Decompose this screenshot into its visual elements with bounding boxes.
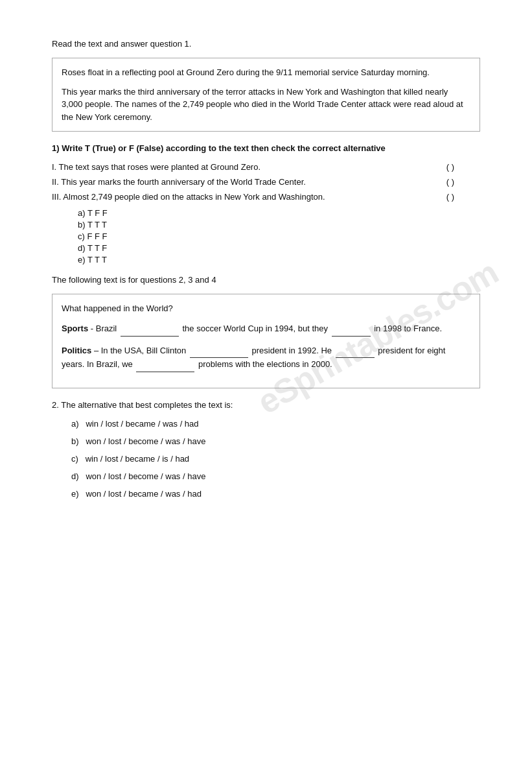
question1-title: 1) Write T (True) or F (False) according… — [52, 143, 480, 153]
politics-text4: problems with the elections in 2000. — [198, 359, 332, 369]
q2-option-b-text: won / lost / become / was / have — [86, 436, 205, 446]
statement-2-text: II. This year marks the fourth anniversa… — [52, 177, 306, 187]
q1-option-d: d) T T F — [78, 243, 480, 253]
q2-option-d-label: d) — [71, 471, 79, 481]
q1-options-list: a) T F F b) T T T c) F F F d) T T F e) T… — [78, 208, 480, 265]
q2-option-e-label: e) — [71, 489, 79, 499]
q2-option-b: b) won / lost / become / was / have — [71, 436, 480, 446]
q2-option-c: c) win / lost / became / is / had — [71, 454, 480, 464]
q2-option-b-label: b) — [71, 436, 79, 446]
tf-statement-3: III. Almost 2,749 people died on the att… — [52, 192, 480, 202]
statement-1-text: I. The text says that roses were planted… — [52, 162, 260, 172]
q1-option-b: b) T T T — [78, 220, 480, 230]
sports-blank1 — [121, 322, 179, 337]
politics-blank1 — [190, 344, 248, 359]
text-box-2: What happened in the World? Sports - Bra… — [52, 294, 480, 388]
sports-text4: in 1998 to France. — [374, 324, 442, 333]
politics-label: Politics — [62, 346, 91, 355]
q2-options-container: a) win / lost / became / was / had b) wo… — [52, 419, 480, 499]
q1-option-a: a) T F F — [78, 208, 480, 218]
sports-label: Sports — [62, 324, 88, 333]
sports-text2: the soccer World Cup in 1994, but they — [182, 324, 330, 333]
q1-option-c: c) F F F — [78, 231, 480, 241]
bracket-1: ( ) — [446, 162, 454, 172]
q2-option-c-text: win / lost / became / is / had — [86, 454, 189, 464]
instruction1: Read the text and answer question 1. — [52, 39, 480, 49]
q2-option-d: d) won / lost / become / was / have — [71, 471, 480, 481]
q2-instruction: 2. The alternative that best completes t… — [52, 400, 480, 410]
sports-paragraph: Sports - Brazil the soccer World Cup in … — [62, 322, 470, 337]
q2-option-d-text: won / lost / become / was / have — [86, 471, 205, 481]
text-box-1: Roses float in a reflecting pool at Grou… — [52, 58, 480, 132]
text1-para2: This year marks the third anniversary of… — [62, 86, 470, 124]
world-title: What happened in the World? — [62, 302, 470, 316]
q1-option-e: e) T T T — [78, 255, 480, 265]
tf-statement-1: I. The text says that roses were planted… — [52, 162, 480, 172]
question1-section: 1) Write T (True) or F (False) according… — [52, 143, 480, 265]
politics-text2: president in 1992. He — [251, 346, 334, 355]
politics-paragraph: Politics – In the USA, Bill Clinton pres… — [62, 344, 470, 373]
bracket-2: ( ) — [446, 177, 454, 187]
q2-option-a-label: a) — [71, 419, 79, 429]
q2-option-c-label: c) — [71, 454, 78, 464]
following-text: The following text is for questions 2, 3… — [52, 275, 480, 285]
q2-option-e-text: won / lost / became / was / had — [86, 489, 201, 499]
q2-option-e: e) won / lost / became / was / had — [71, 489, 480, 499]
statement-3-text: III. Almost 2,749 people died on the att… — [52, 192, 325, 202]
q2-option-a-text: win / lost / became / was / had — [86, 419, 198, 429]
politics-text1: – In the USA, Bill Clinton — [94, 346, 189, 355]
text1-para1: Roses float in a reflecting pool at Grou… — [62, 66, 470, 79]
bracket-3: ( ) — [446, 192, 454, 202]
politics-blank2 — [336, 344, 375, 359]
politics-blank3 — [136, 358, 194, 372]
q2-option-a: a) win / lost / became / was / had — [71, 419, 480, 429]
tf-statement-2: II. This year marks the fourth anniversa… — [52, 177, 480, 187]
sports-text1: - Brazil — [91, 324, 119, 333]
sports-blank2 — [332, 322, 371, 337]
